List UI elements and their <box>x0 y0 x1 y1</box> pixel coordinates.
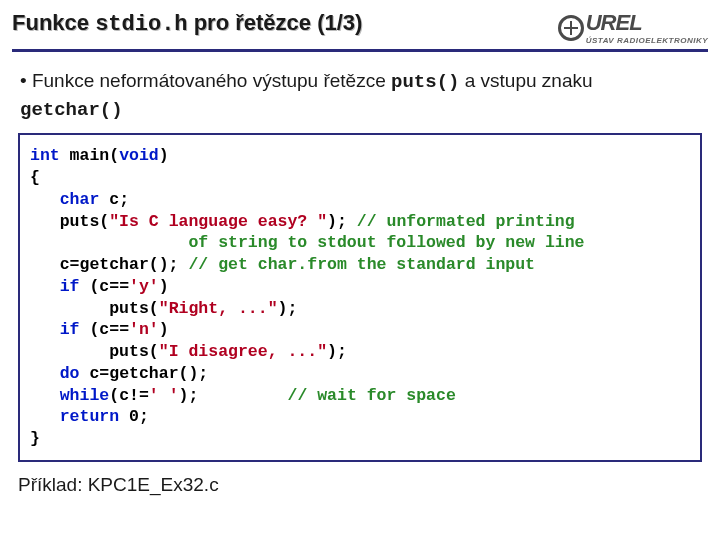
code-string: "I disagree, ..." <box>159 342 327 361</box>
code-text: ); <box>179 386 288 405</box>
title-pre: Funkce <box>12 10 95 35</box>
code-text: ); <box>327 342 347 361</box>
code-text <box>30 364 60 383</box>
code-text <box>30 277 60 296</box>
logo-subtext: ÚSTAV RADIOELEKTRONIKY <box>586 36 708 45</box>
code-comment: of string to stdout followed by new line <box>30 233 585 252</box>
code-kw: return <box>60 407 119 426</box>
code-comment: // wait for space <box>287 386 455 405</box>
code-text: c; <box>99 190 129 209</box>
code-text: 0; <box>119 407 149 426</box>
code-string: "Right, ..." <box>159 299 278 318</box>
code-text <box>30 320 60 339</box>
logo-mark: UREL ÚSTAV RADIOELEKTRONIKY <box>558 10 708 45</box>
header-row: Funkce stdio.h pro řetězce (1/3) UREL ÚS… <box>12 10 708 45</box>
code-comment: // unformated printing <box>357 212 575 231</box>
code-text: puts( <box>30 299 159 318</box>
code-text: puts( <box>30 212 109 231</box>
logo: UREL ÚSTAV RADIOELEKTRONIKY <box>558 10 708 45</box>
code-text <box>30 190 60 209</box>
bullet-code1: puts() <box>391 71 459 93</box>
code-string: "Is C language easy? " <box>109 212 327 231</box>
code-text: ); <box>327 212 357 231</box>
code-text: puts( <box>30 342 159 361</box>
code-block: int main(void) { char c; puts("Is C lang… <box>18 133 702 462</box>
code-kw: while <box>60 386 110 405</box>
logo-ring-icon <box>558 15 584 41</box>
code-text <box>30 386 60 405</box>
bullet-mid: a vstupu znaku <box>459 70 592 91</box>
code-text: ); <box>278 299 298 318</box>
footer-text: Příklad: KPC1E_Ex32.c <box>18 474 702 496</box>
code-text: ) <box>159 320 169 339</box>
slide: Funkce stdio.h pro řetězce (1/3) UREL ÚS… <box>0 0 720 540</box>
code-kw: char <box>60 190 100 209</box>
code-kw: int <box>30 146 60 165</box>
bullet-lead: • Funkce neformátovaného výstupu řetězce <box>20 70 391 91</box>
code-string: ' ' <box>149 386 179 405</box>
code-kw: do <box>60 364 80 383</box>
code-text: main( <box>60 146 119 165</box>
logo-text: UREL <box>586 10 708 36</box>
code-text: (c== <box>80 277 130 296</box>
title-mono: stdio.h <box>95 12 187 37</box>
code-text: ) <box>159 277 169 296</box>
code-text: (c== <box>80 320 130 339</box>
code-kw: void <box>119 146 159 165</box>
bullet-text: • Funkce neformátovaného výstupu řetězce… <box>20 68 700 123</box>
code-string: 'y' <box>129 277 159 296</box>
code-text: { <box>30 168 40 187</box>
code-kw: if <box>60 277 80 296</box>
code-text: c=getchar(); <box>30 255 188 274</box>
divider <box>12 49 708 52</box>
code-string: 'n' <box>129 320 159 339</box>
code-text: (c!= <box>109 386 149 405</box>
bullet-code2: getchar() <box>20 99 123 121</box>
code-text: c=getchar(); <box>80 364 209 383</box>
code-text: } <box>30 429 40 448</box>
code-comment: // get char.from the standard input <box>188 255 535 274</box>
page-title: Funkce stdio.h pro řetězce (1/3) <box>12 10 362 37</box>
code-text: ) <box>159 146 169 165</box>
code-text <box>30 407 60 426</box>
code-kw: if <box>60 320 80 339</box>
title-post: pro řetězce (1/3) <box>188 10 363 35</box>
